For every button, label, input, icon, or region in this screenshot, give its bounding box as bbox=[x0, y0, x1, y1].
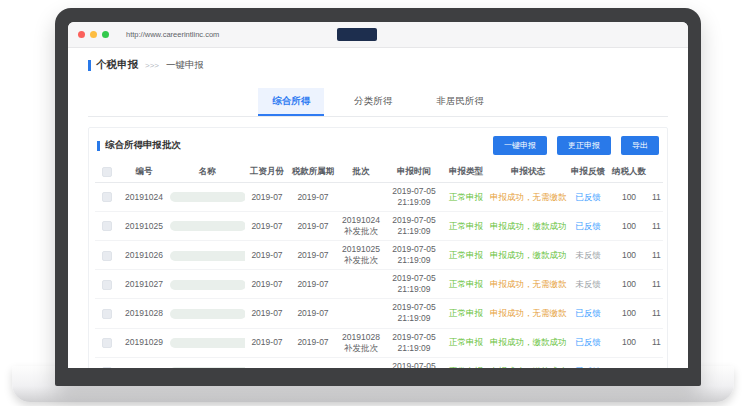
col-header-declare-type: 申报类型 bbox=[443, 161, 489, 183]
row-declare-status-cell: 申报成功，无需缴款 bbox=[489, 270, 567, 299]
row-select-cell bbox=[95, 328, 119, 357]
row-salary-month-cell: 2019-07 bbox=[245, 357, 289, 368]
address-bar-url[interactable]: http://www.careerintlinc.com bbox=[126, 30, 219, 39]
row-salary-month-cell: 2019-07 bbox=[245, 328, 289, 357]
panel-title-marker bbox=[97, 141, 100, 151]
tab-nonresident-income[interactable]: 非居民所得 bbox=[422, 88, 498, 116]
row-declare-status-cell: 申报成功，缴款成功 bbox=[489, 241, 567, 270]
row-batch-cell: 20191025补发批次 bbox=[337, 241, 385, 270]
table-row: 20191028 2019-07 2019-07 2019-07-0521:19… bbox=[95, 299, 663, 328]
row-name-cell bbox=[169, 299, 245, 328]
tab-classified-income[interactable]: 分类所得 bbox=[340, 88, 406, 116]
row-declare-type-cell: 正常申报 bbox=[443, 328, 489, 357]
batch-panel: 综合所得申报批次 一键申报 更正申报 导出 bbox=[88, 127, 668, 368]
row-declare-status-cell: 申报成功，无需缴款 bbox=[489, 183, 567, 212]
correction-declare-button[interactable]: 更正申报 bbox=[557, 136, 611, 155]
row-tax-period-cell: 2019-07 bbox=[289, 212, 337, 241]
export-button[interactable]: 导出 bbox=[621, 136, 659, 155]
row-checkbox[interactable] bbox=[102, 221, 112, 231]
row-checkbox[interactable] bbox=[102, 338, 112, 348]
tab-comprehensive-income[interactable]: 综合所得 bbox=[258, 88, 324, 116]
masked-name bbox=[170, 251, 245, 261]
row-clipped-cell: 11 bbox=[649, 270, 663, 299]
row-feedback-cell: 已反馈 bbox=[567, 357, 609, 368]
row-select-cell bbox=[95, 299, 119, 328]
row-tax-period-cell: 2019-07 bbox=[289, 183, 337, 212]
row-batch-cell bbox=[337, 299, 385, 328]
col-header-batch: 批次 bbox=[337, 161, 385, 183]
table-row: 20191029 2019-07 2019-07 20191028补发批次 20… bbox=[95, 328, 663, 357]
row-declare-time-cell: 2019-07-0521:19:09 bbox=[385, 212, 443, 241]
traffic-light-maximize-icon[interactable] bbox=[102, 31, 109, 38]
page-content: 个税申报 >>> 一键申报 综合所得 分类所得 非居民所得 综合所得申报批次 bbox=[68, 48, 688, 368]
row-declare-status-cell: 申报成功，缴款成功 bbox=[489, 212, 567, 241]
row-tax-period-cell: 2019-07 bbox=[289, 270, 337, 299]
row-name-cell bbox=[169, 212, 245, 241]
panel-header: 综合所得申报批次 一键申报 更正申报 导出 bbox=[95, 134, 661, 161]
one-click-declare-button[interactable]: 一键申报 bbox=[493, 136, 547, 155]
row-tax-period-cell: 2019-07 bbox=[289, 299, 337, 328]
panel-title-text: 综合所得申报批次 bbox=[105, 139, 181, 152]
masked-name bbox=[170, 280, 245, 290]
row-name-cell bbox=[169, 270, 245, 299]
row-select-cell bbox=[95, 212, 119, 241]
col-header-clipped bbox=[649, 161, 663, 183]
row-salary-month-cell: 2019-07 bbox=[245, 183, 289, 212]
masked-name bbox=[170, 309, 245, 319]
row-taxpayer-count-cell: 100 bbox=[609, 183, 649, 212]
row-batch-cell: 20191024补发批次 bbox=[337, 212, 385, 241]
row-clipped-cell: 11 bbox=[649, 183, 663, 212]
traffic-light-close-icon[interactable] bbox=[78, 31, 85, 38]
row-tax-period-cell: 2019-07 bbox=[289, 241, 337, 270]
batch-table: 编号 名称 工资月份 税款所属期 批次 申报时间 申报类型 申报状态 申报反馈 bbox=[95, 161, 663, 368]
row-salary-month-cell: 2019-07 bbox=[245, 212, 289, 241]
row-select-cell bbox=[95, 357, 119, 368]
col-header-declare-feedback: 申报反馈 bbox=[567, 161, 609, 183]
row-id-cell: 20191024 bbox=[119, 183, 169, 212]
row-id-cell: 20191029 bbox=[119, 328, 169, 357]
row-id-cell: 20191025 bbox=[119, 212, 169, 241]
row-checkbox[interactable] bbox=[102, 309, 112, 319]
select-all-checkbox[interactable] bbox=[102, 167, 112, 177]
row-checkbox[interactable] bbox=[102, 192, 112, 202]
browser-bar-accent bbox=[337, 28, 377, 41]
col-header-declare-status: 申报状态 bbox=[489, 161, 567, 183]
row-checkbox[interactable] bbox=[102, 251, 112, 261]
row-tax-period-cell: 2019-07 bbox=[289, 357, 337, 368]
row-taxpayer-count-cell: 100 bbox=[609, 299, 649, 328]
row-batch-cell: 20191028补发批次 bbox=[337, 328, 385, 357]
col-header-taxpayer-count: 纳税人数 bbox=[609, 161, 649, 183]
table-row: 20191025 2019-07 2019-07 20191024补发批次 20… bbox=[95, 212, 663, 241]
row-declare-status-cell: 申报成功，缴款成功 bbox=[489, 328, 567, 357]
row-taxpayer-count-cell: 100 bbox=[609, 357, 649, 368]
row-name-cell bbox=[169, 183, 245, 212]
title-marker bbox=[88, 60, 91, 71]
breadcrumb-separator: >>> bbox=[145, 61, 159, 70]
col-header-id: 编号 bbox=[119, 161, 169, 183]
row-declare-time-cell: 2019-07-0521:19:09 bbox=[385, 299, 443, 328]
row-checkbox[interactable] bbox=[102, 367, 112, 368]
row-checkbox[interactable] bbox=[102, 280, 112, 290]
masked-name bbox=[170, 338, 245, 348]
laptop-mockup: http://www.careerintlinc.com 个税申报 >>> 一键… bbox=[0, 0, 746, 406]
row-declare-time-cell: 2019-07-0521:19:09 bbox=[385, 183, 443, 212]
row-salary-month-cell: 2019-07 bbox=[245, 241, 289, 270]
row-tax-period-cell: 2019-07 bbox=[289, 328, 337, 357]
breadcrumb: 个税申报 >>> 一键申报 bbox=[88, 58, 668, 72]
col-header-declare-time: 申报时间 bbox=[385, 161, 443, 183]
row-feedback-cell: 未反馈 bbox=[567, 241, 609, 270]
row-name-cell bbox=[169, 357, 245, 368]
page-title: 个税申报 bbox=[96, 58, 138, 72]
row-id-cell: 20191028 bbox=[119, 299, 169, 328]
row-declare-type-cell: 正常申报 bbox=[443, 299, 489, 328]
traffic-light-minimize-icon[interactable] bbox=[90, 31, 97, 38]
table-row: 20191024 2019-07 2019-07 2019-07-0521:19… bbox=[95, 183, 663, 212]
row-batch-cell bbox=[337, 183, 385, 212]
table-row: 20191030 2019-07 2019-07 2019-07-0521:19… bbox=[95, 357, 663, 368]
row-feedback-cell: 已反馈 bbox=[567, 328, 609, 357]
row-declare-time-cell: 2019-07-0521:19:09 bbox=[385, 241, 443, 270]
laptop-screen: http://www.careerintlinc.com 个税申报 >>> 一键… bbox=[55, 8, 701, 386]
row-select-cell bbox=[95, 183, 119, 212]
row-feedback-cell: 已反馈 bbox=[567, 212, 609, 241]
row-id-cell: 20191027 bbox=[119, 270, 169, 299]
